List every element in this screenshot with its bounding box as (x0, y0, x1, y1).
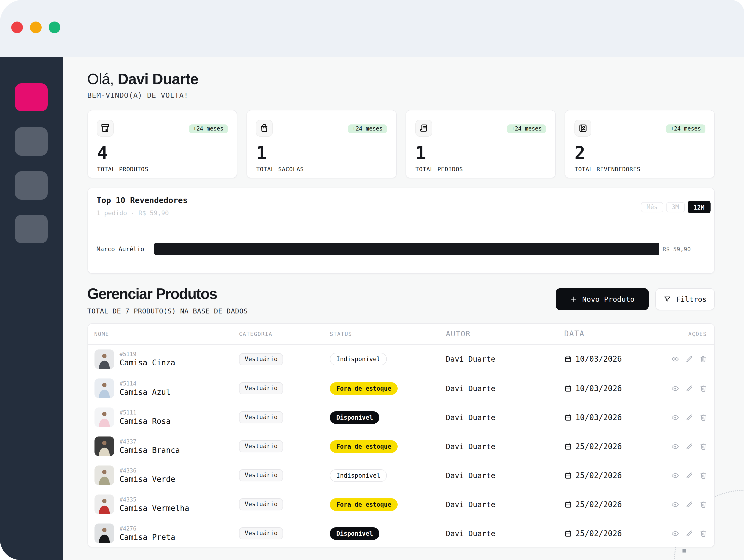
filter-icon (664, 295, 671, 303)
edit-icon[interactable] (685, 442, 693, 450)
delete-icon[interactable] (699, 442, 707, 450)
plus-icon (569, 295, 578, 303)
calendar-icon (564, 529, 572, 537)
top-revendedores-card: Top 10 Revendedores 1 pedido · R$ 59,90 … (87, 188, 715, 274)
stat-card-total-sacolas: +24 meses 1 TOTAL SACOLAS (247, 110, 397, 178)
category-badge: Vestuário (239, 440, 283, 452)
edit-icon[interactable] (685, 413, 693, 421)
view-icon[interactable] (671, 355, 679, 363)
delete-icon[interactable] (699, 384, 707, 392)
screenshot-stage: Olá, Davi Duarte BEM-VINDO(A) DE VOLTA! … (0, 0, 744, 560)
table-row[interactable]: #5119 Camisa Cinza Vestuário Indisponíve… (88, 344, 714, 374)
range-button-3m[interactable]: 3M (666, 202, 684, 212)
bar-category-label: Marco Aurélio (97, 246, 154, 252)
table-row[interactable]: #5114 Camisa Azul Vestuário Fora de esto… (88, 374, 714, 403)
table-row[interactable]: #5111 Camisa Rosa Vestuário Disponível D… (88, 403, 714, 432)
bar-value-label: R$ 59,90 (663, 246, 691, 252)
stat-label: TOTAL PEDIDOS (415, 165, 463, 173)
view-icon[interactable] (671, 529, 679, 537)
delete-icon[interactable] (699, 529, 707, 537)
view-icon[interactable] (671, 442, 679, 450)
new-product-button[interactable]: Novo Produto (556, 288, 648, 310)
category-badge: Vestuário (239, 469, 283, 481)
product-thumbnail (94, 524, 114, 543)
product-author: Davi Duarte (446, 442, 564, 451)
view-icon[interactable] (671, 413, 679, 421)
range-button-mes[interactable]: Mês (641, 202, 663, 212)
sidebar-item-logo[interactable] (15, 83, 48, 111)
category-badge: Vestuário (239, 353, 283, 365)
column-header-nome[interactable]: NOME (94, 331, 239, 337)
greeting: Olá, Davi Duarte BEM-VINDO(A) DE VOLTA! (87, 71, 198, 100)
sidebar-item-1[interactable] (15, 127, 48, 156)
minimize-window-button[interactable] (30, 21, 41, 33)
delete-icon[interactable] (699, 471, 707, 479)
column-header-autor[interactable]: AUTOR (446, 330, 564, 338)
table-row[interactable]: #4335 Camisa Vermelha Vestuário Fora de … (88, 490, 714, 519)
delete-icon[interactable] (699, 413, 707, 421)
product-author: Davi Duarte (446, 384, 564, 393)
product-id: #4335 (119, 496, 189, 503)
edit-icon[interactable] (685, 355, 693, 363)
table-row[interactable]: #4336 Camisa Verde Vestuário Indisponíve… (88, 460, 714, 490)
column-header-categoria[interactable]: CATEGORIA (239, 331, 330, 337)
resize-handle[interactable] (682, 549, 686, 553)
delete-icon[interactable] (699, 500, 707, 508)
range-button-12m[interactable]: 12M (687, 201, 711, 213)
chart-bar-row: Marco Aurélio R$ 59,90 (97, 243, 705, 255)
bar (154, 243, 659, 255)
stat-value: 4 (97, 143, 107, 163)
view-icon[interactable] (671, 471, 679, 479)
category-badge: Vestuário (239, 382, 283, 395)
table-row[interactable]: #4337 Camisa Branca Vestuário Fora de es… (88, 432, 714, 460)
product-id: #5111 (119, 409, 171, 416)
product-author: Davi Duarte (446, 471, 564, 480)
product-thumbnail (94, 378, 114, 398)
product-id: #5114 (119, 380, 171, 387)
product-author: Davi Duarte (446, 529, 564, 538)
calendar-icon (564, 413, 572, 421)
product-thumbnail (94, 494, 114, 514)
greeting-subtitle: BEM-VINDO(A) DE VOLTA! (87, 91, 198, 100)
product-id: #4337 (119, 438, 180, 445)
product-thumbnail (94, 437, 114, 456)
stat-label: TOTAL SACOLAS (256, 165, 304, 173)
stat-label: TOTAL PRODUTOS (97, 165, 148, 173)
product-author: Davi Duarte (446, 413, 564, 422)
product-id: #5119 (119, 351, 175, 358)
product-thumbnail (94, 408, 114, 427)
edit-icon[interactable] (685, 529, 693, 537)
calendar-icon (564, 384, 572, 392)
contact-icon (574, 120, 591, 137)
period-badge: +24 meses (348, 124, 387, 133)
sidebar (0, 57, 63, 560)
column-header-status[interactable]: STATUS (330, 331, 446, 337)
edit-icon[interactable] (685, 500, 693, 508)
chart-title: Top 10 Revendedores (97, 195, 188, 205)
stat-card-total-pedidos: +24 meses 1 TOTAL PEDIDOS (406, 110, 556, 178)
product-name: Camisa Verde (119, 475, 175, 484)
sidebar-item-3[interactable] (15, 215, 48, 243)
edit-icon[interactable] (685, 384, 693, 392)
table-row[interactable]: #4276 Camisa Preta Vestuário Disponível … (88, 519, 714, 547)
stat-card-total-revendedores: +24 meses 2 TOTAL REVENDEDORES (565, 110, 715, 178)
status-badge: Fora de estoque (330, 382, 398, 395)
filters-button[interactable]: Filtros (655, 288, 715, 310)
sidebar-item-2[interactable] (15, 171, 48, 200)
archive-icon (97, 120, 114, 137)
table-header: NOME CATEGORIA STATUS AUTOR DATA AÇÕES (88, 324, 714, 344)
view-icon[interactable] (671, 384, 679, 392)
product-date: 25/02/2026 (575, 500, 622, 509)
product-name: Camisa Rosa (119, 417, 171, 425)
stat-value: 1 (415, 143, 426, 163)
column-header-acoes: AÇÕES (671, 331, 707, 337)
delete-icon[interactable] (699, 355, 707, 363)
column-header-data[interactable]: DATA (564, 330, 671, 338)
edit-icon[interactable] (685, 471, 693, 479)
maximize-window-button[interactable] (48, 21, 60, 33)
view-icon[interactable] (671, 500, 679, 508)
status-badge: Disponível (330, 527, 380, 539)
close-window-button[interactable] (11, 21, 23, 33)
product-author: Davi Duarte (446, 500, 564, 509)
product-name: Camisa Azul (119, 387, 171, 397)
